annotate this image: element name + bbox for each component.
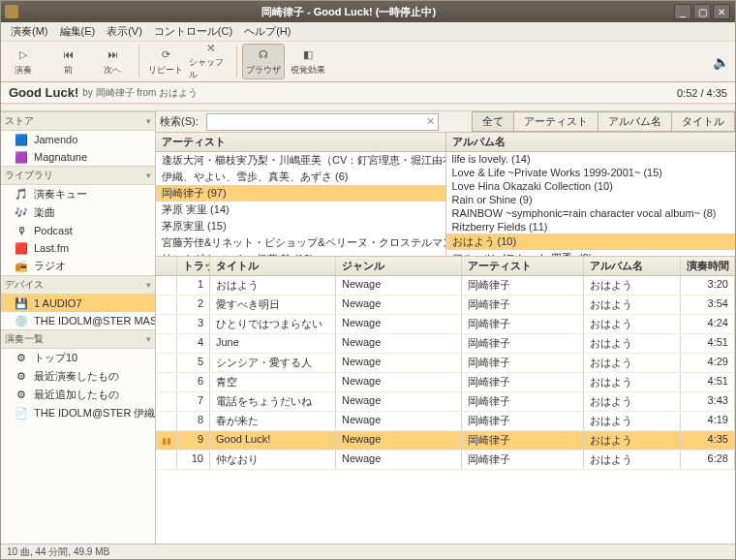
track-row[interactable]: ▮▮9Good Luck!Newage岡崎律子おはよう4:35 — [156, 431, 735, 451]
chevron-down-icon[interactable]: ▾ — [146, 116, 151, 126]
np-title: Good Luck! — [9, 85, 78, 100]
pane-row[interactable]: Love Hina Okazaki Collection (10) — [446, 179, 736, 193]
sidebar-section-head[interactable]: ライブラリ▾ — [1, 166, 155, 185]
progress-bar[interactable] — [1, 104, 735, 111]
sidebar-section-head[interactable]: デバイス▾ — [1, 275, 155, 295]
track-row[interactable]: 5シンシア・愛する人Newage岡崎律子おはよう4:29 — [156, 354, 735, 373]
col-genre[interactable]: ジャンル — [336, 257, 462, 275]
chevron-down-icon[interactable]: ▾ — [146, 334, 151, 344]
sidebar-item-icon: ⚙ — [15, 389, 28, 402]
search-clear-icon[interactable]: ⨯ — [424, 115, 438, 128]
sidebar-section-head[interactable]: ストア▾ — [1, 111, 155, 131]
pane-row[interactable]: Rain or Shine (9) — [446, 193, 736, 206]
menu-item[interactable]: ヘルプ(H) — [238, 22, 296, 41]
filter-button[interactable]: タイトル — [671, 111, 735, 132]
sidebar-item[interactable]: ⚙最近演奏したもの — [1, 367, 155, 386]
play-button[interactable]: ▷演奏 — [2, 44, 45, 79]
search-input[interactable] — [207, 116, 424, 128]
sidebar-item-icon: 🎙 — [15, 224, 28, 237]
pane-row[interactable]: 逢坂大河・櫛枝実乃梨・川嶋亜美（CV：釘宮理恵・堀江由衣・喜多村英梨) (2) — [156, 152, 445, 169]
col-ind[interactable] — [156, 257, 177, 275]
menu-item[interactable]: 編集(E) — [54, 22, 102, 41]
cell-ind — [156, 392, 177, 411]
col-title[interactable]: タイトル — [210, 257, 336, 275]
sidebar-item[interactable]: 🎵演奏キュー — [1, 185, 155, 203]
sidebar-item[interactable]: 🟦Jamendo — [1, 131, 155, 148]
sidebar-item-icon: 📄 — [15, 407, 28, 420]
prev-label: 前 — [64, 64, 73, 77]
track-table[interactable]: トラッタイトルジャンルアーティストアルバム名演奏時間1おはようNewage岡崎律… — [156, 257, 735, 544]
sidebar-item[interactable]: 🟥Last.fm — [1, 239, 155, 257]
track-row[interactable]: 4JuneNewage岡崎律子おはよう4:51 — [156, 334, 735, 354]
menu-item[interactable]: コントロール(C) — [148, 22, 238, 41]
pane-row[interactable]: 茅原実里 (15) — [156, 218, 445, 234]
sidebar-item[interactable]: 📻ラジオ — [1, 257, 155, 275]
track-row[interactable]: 1おはようNewage岡崎律子おはよう3:20 — [156, 276, 735, 296]
sidebar-item[interactable]: 💿THE IDOLM@STER MASTER … — [1, 312, 155, 329]
pane-row[interactable]: life is lovely. (14) — [446, 152, 736, 166]
menu-item[interactable]: 演奏(M) — [5, 22, 54, 41]
pane-row[interactable]: 伊織、やよい、雪歩、真美、あずさ (6) — [156, 169, 445, 185]
cell-artist: 岡崎律子 — [462, 276, 584, 295]
pane-row[interactable]: おはよう (10) — [446, 233, 736, 250]
pane-row[interactable]: 茅原 実里 (14) — [156, 202, 445, 218]
pane-row[interactable]: 宮藤芳佳&リネット・ビショップ&ペリーヌ・クロステルマン (16) — [156, 234, 445, 251]
track-header-row: トラッタイトルジャンルアーティストアルバム名演奏時間 — [156, 257, 735, 276]
sidebar-item[interactable]: 📄THE IDOLM@STER 伊織 — [1, 404, 155, 422]
sidebar-item[interactable]: 🎙Podcast — [1, 222, 155, 239]
maximize-button[interactable]: ▢ — [693, 4, 711, 19]
visual-button[interactable]: ◧視覚効果 — [287, 44, 329, 79]
shuffle-button[interactable]: ⤨シャッフル — [189, 44, 231, 79]
col-num[interactable]: トラッ — [177, 257, 210, 275]
col-album[interactable]: アルバム名 — [584, 257, 681, 275]
search-box[interactable]: ⨯ — [206, 113, 439, 131]
track-row[interactable]: 3ひとりではつまらないNewage岡崎律子おはよう4:24 — [156, 315, 735, 334]
artist-list[interactable]: 逢坂大河・櫛枝実乃梨・川嶋亜美（CV：釘宮理恵・堀江由衣・喜多村英梨) (2)伊… — [156, 152, 445, 256]
repeat-button[interactable]: ⟳リピート — [144, 44, 187, 79]
cell-genre: Newage — [336, 392, 462, 411]
col-artist[interactable]: アーティスト — [462, 257, 584, 275]
sidebar-item[interactable]: 💾1 AUDIO7 — [1, 295, 155, 312]
search-label: 検索(S): — [156, 114, 202, 129]
track-row[interactable]: 2愛すべき明日Newage岡崎律子おはよう3:54 — [156, 296, 735, 315]
pane-row[interactable]: フルーツバスケット-四季- (2) — [446, 250, 736, 256]
sidebar-item[interactable]: ⚙最近追加したもの — [1, 386, 155, 404]
filter-button[interactable]: アーティスト — [513, 111, 598, 132]
chevron-down-icon[interactable]: ▾ — [146, 280, 151, 290]
cell-artist: 岡崎律子 — [462, 412, 584, 430]
sidebar-item[interactable]: 🟪Magnatune — [1, 148, 155, 166]
cell-ind — [156, 373, 177, 391]
close-button[interactable]: ✕ — [713, 4, 730, 19]
menu-item[interactable]: 表示(V) — [101, 22, 148, 41]
track-row[interactable]: 6青空Newage岡崎律子おはよう4:51 — [156, 373, 735, 392]
volume-icon[interactable]: 🔈 — [706, 42, 735, 81]
pane-row[interactable]: Ritzberry Fields (11) — [446, 220, 736, 233]
pane-row[interactable]: 岡崎律子 (97) — [156, 185, 445, 202]
browser-button[interactable]: ☊ブラウザ — [242, 44, 285, 79]
chevron-down-icon[interactable]: ▾ — [146, 171, 151, 180]
col-len[interactable]: 演奏時間 — [681, 257, 735, 275]
cell-ind — [156, 296, 177, 314]
pane-row[interactable]: RAINBOW ~symphonic=rain character vocal … — [446, 206, 736, 220]
filter-button[interactable]: アルバム名 — [598, 111, 672, 132]
prev-button[interactable]: ⏮前 — [46, 44, 89, 79]
pane-row[interactable]: Love & Life ~Private Works 1999-2001~ (1… — [446, 166, 736, 179]
next-label: 次へ — [104, 64, 121, 77]
sidebar-item-label: Magnatune — [34, 151, 87, 163]
sidebar-section-head[interactable]: 演奏一覧▾ — [1, 329, 155, 349]
sidebar-item[interactable]: ⚙トップ10 — [1, 349, 155, 367]
filter-button[interactable]: 全て — [472, 111, 514, 132]
minimize-button[interactable]: _ — [674, 4, 691, 19]
cell-len: 4:35 — [681, 431, 735, 450]
pane-row[interactable]: 桂ヒナギク starring 伊藤 静 (12) — [156, 251, 445, 256]
next-button[interactable]: ⏭次へ — [91, 44, 134, 79]
cell-title: 電話をちょうだいね — [210, 392, 336, 411]
cell-genre: Newage — [336, 451, 462, 469]
track-row[interactable]: 8春が来たNewage岡崎律子おはよう4:19 — [156, 412, 735, 431]
sidebar-item[interactable]: 🎶楽曲 — [1, 203, 155, 222]
track-row[interactable]: 10仲なおりNewage岡崎律子おはよう6:28 — [156, 451, 735, 470]
cell-len: 3:20 — [681, 276, 735, 295]
cell-title: 青空 — [210, 373, 336, 391]
track-row[interactable]: 7電話をちょうだいねNewage岡崎律子おはよう3:43 — [156, 392, 735, 412]
album-list[interactable]: life is lovely. (14)Love & Life ~Private… — [446, 152, 736, 256]
